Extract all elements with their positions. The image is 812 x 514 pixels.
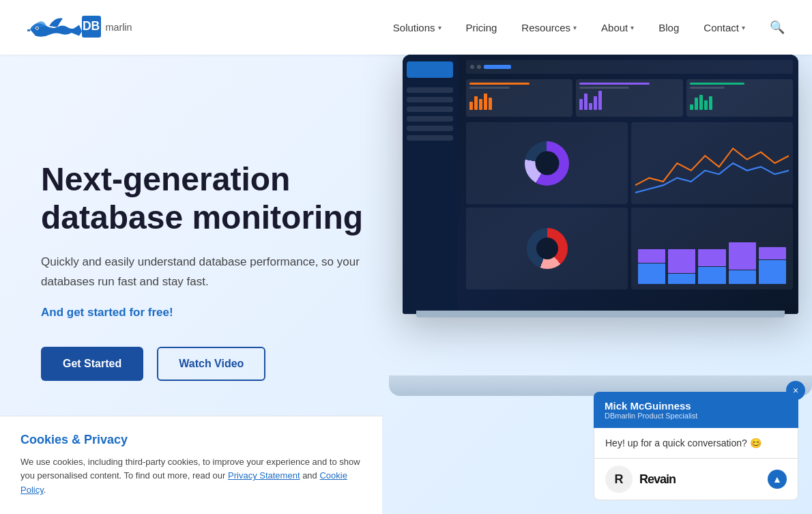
solutions-caret: ▾ — [438, 24, 441, 31]
contact-caret: ▾ — [742, 24, 745, 31]
chat-agent-role: DBmarlin Product Specialist — [605, 412, 787, 420]
search-icon[interactable]: 🔍 — [770, 20, 785, 35]
get-started-button[interactable]: Get Started — [41, 347, 143, 381]
hero-title: Next-generation database monitoring — [41, 160, 368, 235]
hero-image — [375, 55, 812, 396]
hero-cta-buttons: Get Started Watch Video — [41, 347, 368, 381]
cookie-banner: Cookies & Privacy We use cookies, includ… — [0, 416, 382, 514]
laptop-mockup — [375, 55, 812, 396]
chat-header: Mick McGuinness DBmarlin Product Special… — [594, 392, 798, 428]
logo[interactable]: DB marlin — [27, 9, 136, 46]
revain-label: Revain — [639, 472, 676, 487]
chat-widget: × Mick McGuinness DBmarlin Product Speci… — [594, 392, 798, 500]
about-caret: ▾ — [630, 24, 634, 31]
cookie-text: We use cookies, including third-party co… — [20, 455, 362, 498]
navbar: DB marlin Solutions ▾ Pricing Resources … — [0, 0, 812, 55]
laptop-hinge — [416, 311, 785, 317]
nav-pricing[interactable]: Pricing — [466, 22, 497, 33]
svg-text:DB: DB — [83, 18, 100, 32]
resources-caret: ▾ — [573, 24, 577, 31]
svg-text:marlin: marlin — [105, 22, 132, 33]
nav-links: Solutions ▾ Pricing Resources ▾ About ▾ … — [393, 20, 785, 35]
chat-toggle-button[interactable]: ▲ — [768, 470, 787, 489]
hero-content: Next-generation database monitoring Quic… — [41, 160, 368, 380]
hero-subtitle: Quickly and easily understand database p… — [41, 253, 368, 292]
cookie-title: Cookies & Privacy — [20, 433, 362, 447]
nav-solutions[interactable]: Solutions ▾ — [393, 22, 441, 33]
hero-free-text: And get started for free! — [41, 306, 368, 319]
chat-close-button[interactable]: × — [786, 381, 805, 400]
laptop-screen — [403, 55, 798, 314]
svg-point-1 — [36, 27, 38, 29]
nav-contact[interactable]: Contact ▾ — [704, 22, 745, 33]
watch-video-button[interactable]: Watch Video — [157, 347, 265, 381]
nav-about[interactable]: About ▾ — [601, 22, 634, 33]
chat-footer: R Revain ▲ — [594, 459, 798, 500]
revain-logo-icon: R — [605, 466, 633, 493]
chat-agent-name: Mick McGuinness — [605, 400, 787, 412]
nav-blog[interactable]: Blog — [658, 22, 679, 33]
chat-message: Hey! up for a quick conversation? 😊 — [594, 428, 798, 459]
nav-resources[interactable]: Resources ▾ — [521, 22, 577, 33]
privacy-statement-link[interactable]: Privacy Statement — [228, 470, 300, 481]
